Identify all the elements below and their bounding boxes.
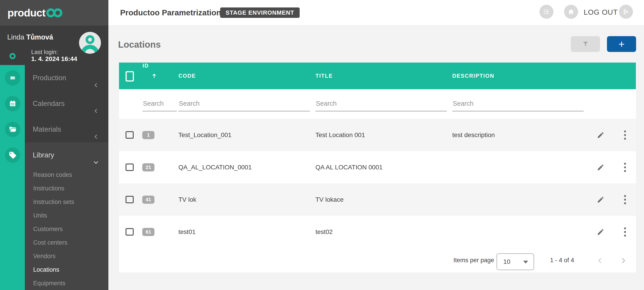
caret-down-icon <box>523 261 528 264</box>
id-badge: 61 <box>142 228 154 236</box>
table-row: 41 TV lok TV lokace <box>119 184 636 216</box>
sidebar-item-label: Materials <box>33 116 61 142</box>
kebab-menu-icon <box>624 130 626 140</box>
cell-title: TV lokace <box>316 184 344 216</box>
funnel-icon <box>582 40 589 48</box>
table-row: 61 test01 test02 <box>119 216 636 248</box>
online-status-icon <box>10 53 16 59</box>
cell-title: test02 <box>316 216 332 248</box>
tag-icon[interactable] <box>5 148 20 163</box>
sidebar-item-label: Production <box>33 65 66 91</box>
infinity-oo-icon <box>46 8 62 18</box>
row-checkbox[interactable] <box>126 164 134 171</box>
person-icon <box>79 32 101 54</box>
row-menu-button[interactable] <box>618 216 632 248</box>
logout-label[interactable]: LOG OUT <box>584 8 618 16</box>
sidebar-item-materials[interactable]: Materials <box>25 116 108 142</box>
folder-open-icon[interactable] <box>5 122 20 137</box>
cell-code: Test_Location_001 <box>178 119 232 151</box>
table-row: 1 Test_Location_001 Test Location 001 te… <box>119 119 636 151</box>
edit-button[interactable] <box>594 119 608 151</box>
sidebar-item-customers[interactable]: Customers <box>25 222 108 236</box>
home-icon <box>567 8 575 16</box>
search-input-title[interactable] <box>316 97 447 111</box>
table-row: 21 QA_AL_LOCATION_0001 QA AL LOCATION 00… <box>119 151 636 184</box>
sidebar-item-units[interactable]: Units <box>25 209 108 222</box>
filter-button[interactable] <box>571 36 600 52</box>
kebab-menu-icon <box>624 195 626 205</box>
sidebar-item-vendors[interactable]: Vendors <box>25 249 108 263</box>
locations-table: ID CODE TITLE DESCRIPTION 1 Test_Locatio… <box>119 62 636 272</box>
cell-code: TV lok <box>178 184 196 216</box>
logout-icon <box>622 8 630 16</box>
id-badge: 21 <box>142 163 154 172</box>
search-input-id[interactable] <box>142 97 177 111</box>
edit-button[interactable] <box>594 184 608 216</box>
logo-text: product <box>8 6 46 19</box>
last-login-label: Last login: <box>31 48 58 56</box>
sidebar-item-library[interactable]: Library <box>25 142 108 168</box>
sidebar-item-label: Library <box>33 142 54 168</box>
id-badge: 1 <box>142 131 154 139</box>
list-icon <box>542 8 550 16</box>
cell-description: test description <box>452 119 495 151</box>
row-checkbox[interactable] <box>126 196 134 203</box>
search-input-description[interactable] <box>452 97 584 111</box>
sidebar-item-instruction-sets[interactable]: Instruction sets <box>25 195 108 209</box>
sidebar-item-instructions[interactable]: Instructions <box>25 182 108 195</box>
column-header-description[interactable]: DESCRIPTION <box>452 62 494 89</box>
top-bar: Productoo Parametrization STAGE ENVIRONM… <box>108 0 644 26</box>
logout-button[interactable] <box>619 5 633 19</box>
sidebar-item-cost-centers[interactable]: Cost centers <box>25 236 108 249</box>
page-title: Locations <box>118 40 161 50</box>
cell-title: QA AL LOCATION 0001 <box>316 151 382 184</box>
cell-title: Test Location 001 <box>316 119 365 151</box>
add-location-button[interactable]: + <box>607 36 636 52</box>
table-header: ID CODE TITLE DESCRIPTION <box>119 62 636 89</box>
home-button[interactable] <box>564 5 578 19</box>
chevron-right-icon <box>619 256 628 265</box>
logo[interactable]: product <box>0 0 108 26</box>
previous-page-button[interactable] <box>595 256 605 266</box>
edit-button[interactable] <box>594 216 608 248</box>
avatar[interactable] <box>79 32 101 54</box>
table-paginator: Items per page 10 1 - 4 of 4 <box>119 248 636 272</box>
id-badge: 41 <box>142 196 154 204</box>
pencil-icon <box>597 196 604 204</box>
sidebar-item-equipments[interactable]: Equipments <box>25 276 108 290</box>
pencil-icon <box>597 228 604 236</box>
row-menu-button[interactable] <box>618 151 632 184</box>
sidebar-item-production[interactable]: Production <box>25 65 108 91</box>
user-name: Linda Tůmová <box>7 33 53 41</box>
list-menu-button[interactable] <box>540 5 554 19</box>
items-per-page-label: Items per page <box>442 248 494 272</box>
row-menu-button[interactable] <box>618 184 632 216</box>
last-login-value: 1. 4. 2024 16:44 <box>31 55 77 62</box>
row-menu-button[interactable] <box>618 119 632 151</box>
table-search-row <box>119 89 636 119</box>
page-size-value: 10 <box>503 254 510 270</box>
column-header-code[interactable]: CODE <box>178 62 196 89</box>
page-size-select[interactable]: 10 <box>496 254 534 270</box>
app-title: Productoo Parametrization <box>120 8 221 17</box>
column-header-title[interactable]: TITLE <box>316 62 333 89</box>
row-checkbox[interactable] <box>126 228 134 236</box>
select-all-checkbox[interactable] <box>126 71 134 82</box>
environment-badge: STAGE ENVIRONMENT <box>220 8 300 18</box>
kebab-menu-icon <box>624 162 626 172</box>
sidebar: product Linda Tůmová Last login: 1. 4. 2… <box>0 0 108 290</box>
sort-ascending-icon <box>151 73 158 79</box>
calendar-icon[interactable] <box>5 96 20 111</box>
row-checkbox[interactable] <box>126 131 134 139</box>
kebab-menu-icon <box>624 227 626 237</box>
production-icon[interactable] <box>5 70 20 86</box>
sidebar-item-calendars[interactable]: Calendars <box>25 91 108 116</box>
edit-button[interactable] <box>594 151 608 184</box>
column-header-id[interactable]: ID <box>142 62 158 89</box>
search-input-code[interactable] <box>178 97 310 111</box>
sidebar-item-locations[interactable]: Locations <box>25 263 108 276</box>
chevron-left-icon <box>596 256 604 265</box>
next-page-button[interactable] <box>618 256 628 266</box>
page-range-label: 1 - 4 of 4 <box>550 248 574 272</box>
sidebar-item-reason-codes[interactable]: Reason codes <box>25 168 108 182</box>
